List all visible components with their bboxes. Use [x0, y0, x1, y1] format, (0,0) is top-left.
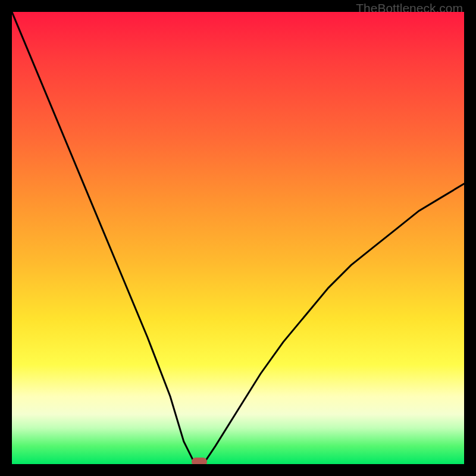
bottleneck-curve — [12, 12, 464, 464]
chart-frame: TheBottleneck.com — [0, 0, 476, 476]
plot-area — [12, 12, 464, 464]
optimal-marker — [192, 458, 207, 464]
